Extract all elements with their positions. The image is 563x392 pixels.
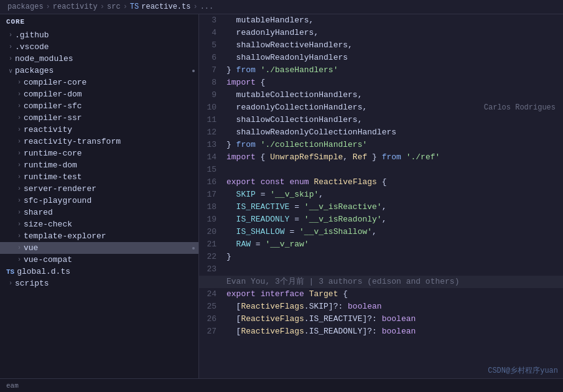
line-number: 17: [199, 189, 224, 201]
sidebar-item-label: runtime-core: [24, 149, 82, 158]
sidebar-item-template-explorer[interactable]: › template-explorer: [0, 230, 198, 242]
sidebar-item-github[interactable]: › .github: [0, 29, 198, 41]
line-content: IS_SHALLOW = '__v_isShallow',: [224, 226, 563, 238]
sidebar-item-label: scripts: [15, 279, 49, 288]
line-content: [ReactiveFlags.IS_REACTIVE]?: boolean: [224, 313, 563, 325]
chevron-icon: ›: [15, 185, 24, 192]
chevron-icon: ›: [15, 197, 24, 204]
line-content: IS_REACTIVE = '__v_isReactive',: [224, 201, 563, 213]
line-number: 6: [199, 52, 224, 64]
sidebar-item-sfc-playground[interactable]: › sfc-playground: [0, 195, 198, 207]
sidebar-item-runtime-dom[interactable]: › runtime-dom: [0, 159, 198, 171]
sidebar-item-compiler-sfc[interactable]: › compiler-sfc: [0, 100, 198, 112]
sidebar-item-label: compiler-dom: [24, 90, 82, 99]
code-line: 16 export const enum ReactiveFlags {: [199, 176, 563, 189]
chevron-icon: ›: [6, 32, 15, 39]
code-line: 22 }: [199, 251, 563, 263]
sidebar-item-label: compiler-core: [24, 78, 86, 87]
code-line: 15: [199, 164, 563, 176]
sidebar: CORE › .github › .vscode › node_modules …: [0, 14, 199, 378]
code-line: 5 shallowReactiveHandlers,: [199, 39, 563, 52]
sidebar-item-vue[interactable]: › vue: [0, 242, 198, 254]
bc-sep-3: ›: [123, 2, 128, 11]
bc-reactivity[interactable]: reactivity: [53, 2, 98, 11]
line-content: import { UnwrapRefSimple, Ref } from './…: [224, 151, 563, 164]
main-area: CORE › .github › .vscode › node_modules …: [0, 14, 563, 378]
line-number: 19: [199, 213, 224, 226]
line-number: 5: [199, 39, 224, 52]
bc-ts-badge: TS: [130, 2, 139, 11]
line-number: 7: [199, 64, 224, 77]
line-number: 3: [199, 14, 224, 27]
sidebar-item-server-renderer[interactable]: › server-renderer: [0, 183, 198, 195]
line-number: 20: [199, 226, 224, 238]
code-line: 7 } from './baseHandlers': [199, 64, 563, 77]
sidebar-header: CORE: [0, 14, 198, 29]
sidebar-item-label: vue: [24, 243, 38, 253]
line-content: }: [224, 251, 563, 263]
line-number: [199, 276, 224, 288]
chevron-icon: ›: [15, 209, 24, 216]
line-number: 15: [199, 164, 224, 176]
line-number: 23: [199, 263, 224, 276]
line-number: 21: [199, 238, 224, 251]
chevron-icon: ›: [6, 44, 15, 50]
line-content: SKIP = '__v_skip',: [224, 189, 563, 201]
sidebar-item-compiler-dom[interactable]: › compiler-dom: [0, 88, 198, 100]
sidebar-item-label: .github: [15, 30, 49, 40]
editor[interactable]: 3 mutableHandlers, 4 readonlyHandlers, 5…: [199, 14, 563, 378]
code-line: 17 SKIP = '__v_skip',: [199, 189, 563, 201]
line-number: 18: [199, 201, 224, 213]
sidebar-item-node-modules[interactable]: › node_modules: [0, 53, 198, 65]
chevron-icon: ›: [6, 55, 15, 62]
sidebar-item-vscode[interactable]: › .vscode: [0, 41, 198, 53]
chevron-icon: ›: [15, 126, 24, 133]
sidebar-item-reactivity[interactable]: › reactivity: [0, 124, 198, 136]
code-line: 21 RAW = '__v_raw': [199, 238, 563, 251]
watermark: CSDN@乡村程序yuan: [483, 363, 563, 378]
line-content: shallowReadonlyCollectionHandlers: [224, 126, 563, 139]
sidebar-item-size-check[interactable]: › size-check: [0, 218, 198, 230]
sidebar-item-packages[interactable]: ∨ packages: [0, 65, 198, 77]
git-author-line: Evan You, 3个月前 | 3 authors (edison and o…: [199, 276, 563, 288]
bc-packages[interactable]: packages: [7, 2, 44, 11]
sidebar-item-reactivity-transform[interactable]: › reactivity-transform: [0, 136, 198, 147]
code-line: 8 import {: [199, 77, 563, 89]
chevron-icon: ›: [15, 114, 24, 121]
line-number: 26: [199, 313, 224, 325]
code-line: 25 [ReactiveFlags.SKIP]?: boolean: [199, 301, 563, 313]
chevron-icon: ›: [15, 162, 24, 169]
chevron-icon: ›: [15, 103, 24, 110]
line-number: 12: [199, 126, 224, 139]
sidebar-item-global-dts[interactable]: TS global.d.ts: [0, 266, 198, 278]
sidebar-item-vue-compat[interactable]: › vue-compat: [0, 254, 198, 266]
bc-filename[interactable]: reactive.ts: [141, 2, 190, 11]
sidebar-item-compiler-ssr[interactable]: › compiler-ssr: [0, 112, 198, 124]
code-line: 24 export interface Target {: [199, 288, 563, 301]
chevron-icon: ›: [15, 174, 24, 180]
code-line: 20 IS_SHALLOW = '__v_isShallow',: [199, 226, 563, 238]
sidebar-item-shared[interactable]: › shared: [0, 207, 198, 218]
code-line: 26 [ReactiveFlags.IS_REACTIVE]?: boolean: [199, 313, 563, 325]
modified-indicator: [192, 70, 195, 72]
line-number: 14: [199, 151, 224, 164]
chevron-icon: ›: [15, 233, 24, 240]
code-line: 23: [199, 263, 563, 276]
code-line: 14 import { UnwrapRefSimple, Ref } from …: [199, 151, 563, 164]
sidebar-item-runtime-core[interactable]: › runtime-core: [0, 147, 198, 159]
sidebar-item-runtime-test[interactable]: › runtime-test: [0, 171, 198, 183]
line-number: 9: [199, 89, 224, 101]
sidebar-item-label: global.d.ts: [17, 267, 70, 276]
line-number: 25: [199, 301, 224, 313]
line-content: } from './baseHandlers': [224, 64, 563, 77]
line-number: 4: [199, 27, 224, 39]
sidebar-item-label: reactivity-transform: [24, 137, 121, 146]
bc-src[interactable]: src: [107, 2, 121, 11]
git-blame: Carlos Rodrigues: [484, 101, 563, 114]
code-line: 27 [ReactiveFlags.IS_READONLY]?: boolean: [199, 325, 563, 338]
line-content: mutableCollectionHandlers,: [224, 89, 563, 101]
sidebar-item-scripts[interactable]: › scripts: [0, 278, 198, 289]
chevron-icon: ›: [15, 79, 24, 86]
sidebar-item-compiler-core[interactable]: › compiler-core: [0, 77, 198, 88]
sidebar-item-label: .vscode: [15, 42, 49, 52]
